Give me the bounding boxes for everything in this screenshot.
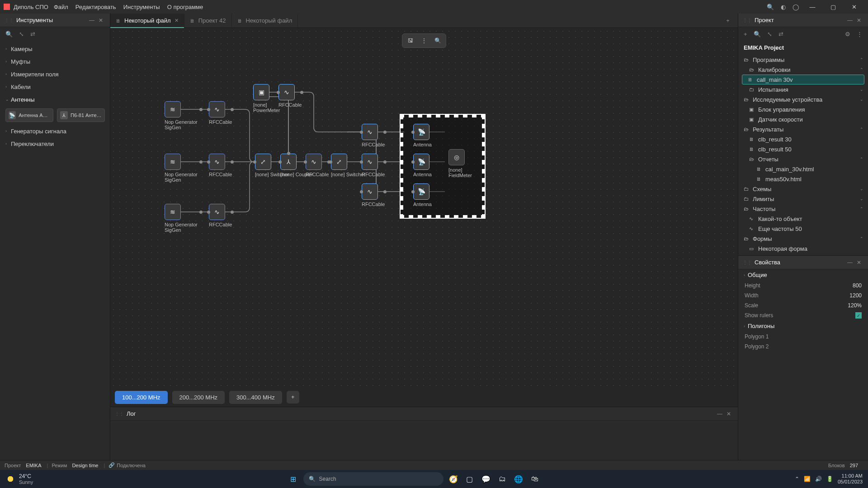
tree-item-antennas[interactable]: ⌄Антенны	[0, 93, 110, 106]
prop-rulers[interactable]: Show rulers✓	[738, 310, 868, 320]
menu-edit[interactable]: Редактировать	[75, 4, 116, 10]
tree-calibrations[interactable]: 🗁Калибровки⌃	[738, 65, 868, 75]
node-switcher[interactable]: ⤢	[331, 154, 347, 170]
prop-height[interactable]: Height800	[738, 281, 868, 291]
tab-file1[interactable]: 🗎Некоторый файл✕	[110, 14, 184, 28]
tree-reports[interactable]: 🗁Отчеты⌃	[738, 154, 868, 164]
freq-tab-2[interactable]: 200...200 MHz	[172, 391, 225, 404]
chevron-up-icon[interactable]: ⌃	[795, 476, 799, 482]
zoom-icon[interactable]: 🔍	[432, 35, 443, 46]
node-rfccable[interactable]: ∿	[209, 204, 225, 220]
tree-forms[interactable]: 🗁Формы⌃	[738, 234, 868, 244]
node-antenna[interactable]: 📡	[413, 154, 429, 170]
node-antenna[interactable]: 📡	[413, 124, 429, 140]
menu-file[interactable]: Файл	[54, 4, 68, 10]
more-icon[interactable]: ⋮	[857, 31, 863, 38]
tree-form1[interactable]: ▭Некоторая форма	[738, 244, 868, 253]
tree-programs[interactable]: 🗁Программы⌃	[738, 55, 868, 65]
user-icon[interactable]: ◯	[789, 4, 802, 10]
checkbox-icon[interactable]: ✓	[855, 312, 862, 319]
node-coupler[interactable]: ⅄	[280, 154, 297, 170]
tree-rep1[interactable]: 🗎cal_main_30v.html	[738, 164, 868, 174]
taskbar-clock[interactable]: 11:00 AM05/01/2023	[838, 473, 863, 485]
window-minimize[interactable]: —	[802, 0, 823, 14]
tree-freqs[interactable]: 🗁Частоты⌃	[738, 204, 868, 214]
menu-about[interactable]: О программе	[167, 4, 203, 10]
node-rfccable[interactable]: ∿	[278, 84, 295, 100]
freq-tab-3[interactable]: 300...400 MHz	[229, 391, 282, 404]
taskbar-app[interactable]: ▢	[463, 473, 476, 485]
tree-item-mufts[interactable]: ›Муфты	[0, 55, 110, 68]
node-rfccable[interactable]: ∿	[362, 124, 378, 140]
tree-freq1[interactable]: ∿Какой-то объект	[738, 214, 868, 224]
node-rfccable[interactable]: ∿	[209, 154, 225, 170]
close-icon[interactable]: ✕	[175, 18, 179, 23]
prop-width[interactable]: Width1200	[738, 291, 868, 300]
tree-schemes[interactable]: 🗀Схемы⌄	[738, 184, 868, 194]
window-close[interactable]: ✕	[844, 0, 864, 14]
more-icon[interactable]: ⋮	[419, 35, 429, 46]
tree-res1[interactable]: 🗎clb_result 30	[738, 134, 868, 144]
tree-results[interactable]: 🗁Результаты⌃	[738, 124, 868, 134]
tab-file2[interactable]: 🗎Некоторый файл	[232, 14, 298, 28]
collapse-icon[interactable]: ⤡	[767, 31, 772, 38]
collapse-icon[interactable]: ⤡	[19, 31, 24, 38]
tree-tests[interactable]: 🗀Испытания⌄	[738, 84, 868, 94]
node-generator[interactable]: ≋	[165, 154, 181, 170]
search-icon[interactable]: 🔍	[754, 31, 761, 38]
antenna-thumb-1[interactable]: 📡Антенна АКИ...	[5, 108, 53, 122]
tab-project42[interactable]: 🗎Проект 42	[184, 14, 232, 28]
filter-icon[interactable]: ⚙	[845, 31, 850, 38]
node-rfccable[interactable]: ∿	[306, 154, 322, 170]
prop-poly2[interactable]: Polygon 2	[738, 342, 868, 352]
taskbar-weather[interactable]: 24°CSunny	[5, 473, 33, 485]
tree-item-generators[interactable]: ›Генераторы сигнала	[0, 125, 110, 137]
node-fieldmeter[interactable]: ◎	[448, 149, 465, 165]
minimize-icon[interactable]: —	[715, 411, 724, 417]
taskbar-app[interactable]: 💬	[480, 473, 492, 485]
tree-limits[interactable]: 🗀Лимиты⌄	[738, 194, 868, 204]
close-icon[interactable]: ✕	[724, 411, 733, 417]
tree-rep2[interactable]: 🗎meas50v.html	[738, 174, 868, 184]
taskbar-store[interactable]: 🛍	[528, 473, 541, 485]
tree-freq2[interactable]: ∿Еще частоты 50	[738, 224, 868, 234]
canvas[interactable]: 🖫 ⋮ 🔍	[110, 28, 738, 388]
add-icon[interactable]: +	[744, 31, 747, 38]
node-generator[interactable]: ≋	[165, 101, 181, 117]
node-rfccable[interactable]: ∿	[209, 101, 225, 117]
tree-duts[interactable]: 🗁Исследуемые устройства⌄	[738, 94, 868, 104]
system-tray[interactable]: ⌃ 📶 🔊 🔋 11:00 AM05/01/2023	[795, 473, 863, 485]
menu-tools[interactable]: Инструменты	[123, 4, 160, 10]
tree-item-cables[interactable]: ›Кабели	[0, 80, 110, 93]
minimize-icon[interactable]: —	[845, 259, 854, 266]
taskbar-app[interactable]: 🧭	[447, 473, 460, 485]
node-generator[interactable]: ≋	[165, 204, 181, 220]
props-group-polygons[interactable]: ›Полигоны	[738, 320, 868, 332]
add-freq-button[interactable]: +	[287, 391, 299, 404]
battery-icon[interactable]: 🔋	[826, 476, 833, 482]
prop-scale[interactable]: Scale120%	[738, 300, 868, 310]
close-icon[interactable]: ✕	[854, 259, 863, 266]
minimize-icon[interactable]: —	[845, 17, 854, 23]
tree-item-switches[interactable]: ›Переключатели	[0, 137, 110, 150]
tree-item-fieldmeters[interactable]: ›Измерители поля	[0, 68, 110, 80]
tree-call-main[interactable]: 🗎call_main 30v	[742, 75, 864, 84]
node-antenna[interactable]: 📡	[413, 183, 429, 200]
props-group-general[interactable]: ›Общие	[738, 269, 868, 281]
search-icon[interactable]: 🔍	[5, 31, 13, 38]
start-button[interactable]: ⊞	[287, 473, 300, 485]
volume-icon[interactable]: 🔊	[815, 476, 822, 482]
close-panel-icon[interactable]: ✕	[96, 17, 105, 23]
close-icon[interactable]: ✕	[854, 17, 863, 23]
freq-tab-1[interactable]: 100...200 MHz	[115, 391, 168, 404]
tree-item-cameras[interactable]: ›Камеры	[0, 42, 110, 55]
tree-dut2[interactable]: ▣Датчик скорости	[738, 114, 868, 124]
add-tab-button[interactable]: +	[722, 18, 734, 24]
wifi-icon[interactable]: 📶	[804, 476, 811, 482]
theme-icon[interactable]: ◐	[777, 4, 789, 10]
search-icon[interactable]: 🔍	[764, 4, 777, 10]
minimize-panel-icon[interactable]: —	[87, 17, 96, 23]
taskbar-explorer[interactable]: 🗂	[496, 473, 509, 485]
taskbar-search[interactable]: 🔍Search	[303, 472, 443, 486]
save-icon[interactable]: 🖫	[405, 35, 416, 46]
